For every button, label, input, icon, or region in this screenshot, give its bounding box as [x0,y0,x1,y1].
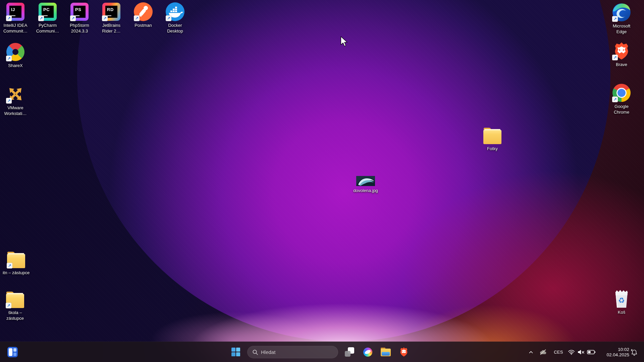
shortcut-arrow-icon [38,15,44,21]
desktop-icon-sharex[interactable]: ShareX [0,42,32,68]
shortcut-arrow-icon [6,303,11,308]
tray-date: 02.04.2025 [606,352,629,358]
tray-overflow-button[interactable] [526,346,536,359]
desktop-icon-itn[interactable]: itn – zástupce [0,249,35,276]
desktop-icon-postman[interactable]: Postman [127,2,159,28]
desktop-icon-rider[interactable]: RD JetBrains Rider 2… [95,2,127,34]
icon-label: Fotky [487,146,498,152]
desktop-icon-brave[interactable]: Brave [605,41,638,67]
copilot-button[interactable] [361,345,374,359]
desktop-icon-recycle-bin[interactable]: ♻ Koš [605,289,638,315]
start-button[interactable] [229,345,243,359]
desktop-icon-chrome[interactable]: Google Chrome [605,83,638,115]
icon-label: Docker Desktop [167,22,183,34]
shortcut-arrow-icon [6,56,12,61]
shortcut-arrow-icon [70,15,76,21]
desktop-icon-docker[interactable]: Docker Desktop [159,2,191,34]
search-input[interactable] [247,346,338,358]
desktop-icon-dovolena[interactable]: dovolena.jpg [350,174,382,193]
icon-label: JetBrains Rider 2… [102,22,121,34]
search-magnifier-icon [252,349,259,356]
widgets-button[interactable] [5,345,20,359]
desktop-icon-fotky[interactable]: Fotky [476,125,508,152]
icon-label: Koš [618,309,625,315]
icon-label: PyCharm Communi… [36,22,59,34]
icon-label: Postman [135,22,152,28]
search-field[interactable] [248,346,338,358]
shortcut-arrow-icon [166,15,171,21]
task-view-icon [345,347,354,357]
taskbar: CES [0,342,644,362]
desktop-icon-phpstorm[interactable]: PS PhpStorm 2024.3.3 [63,2,96,34]
icon-label: itn – zástupce [3,270,30,276]
recycle-bin-icon: ♻ [614,289,629,308]
onedrive-paused-cloud-icon [539,349,547,355]
widgets-board-icon [7,347,18,357]
notification-center-button[interactable]: z [629,346,639,359]
desktop-icon-vmware[interactable]: VMware Workstati… [0,84,32,116]
desktop: IJ IntelliJ IDEA Communit… PC PyCharm Co… [0,0,644,362]
icon-label: IntelliJ IDEA Communit… [3,22,28,34]
battery-icon [587,349,596,355]
icon-label: Brave [616,62,627,67]
file-explorer-button[interactable] [379,345,392,359]
icon-label: škola – zástupce [6,310,24,321]
shortcut-arrow-icon [134,15,140,21]
svg-text:♻: ♻ [618,296,625,305]
shortcut-arrow-icon [6,15,12,21]
shortcut-arrow-icon [612,55,618,60]
icon-label: ShareX [8,63,22,68]
shortcut-arrow-icon [7,263,12,268]
tray-time: 10:02 [618,347,629,352]
svg-text:z: z [631,349,633,352]
icon-label: dovolena.jpg [353,188,378,193]
wave-photo-thumbnail [356,176,375,186]
chevron-up-icon [529,350,533,354]
notification-bell-dnd-icon: z [631,349,638,356]
windows-start-icon [231,348,240,356]
wifi-icon [568,349,575,355]
brave-lion-icon [399,347,408,357]
desktop-icon-pycharm[interactable]: PC PyCharm Communi… [32,2,64,34]
file-explorer-folder-icon [381,348,391,356]
clock-button[interactable]: 10:02 02.04.2025 [601,346,629,359]
desktop-icon-skola[interactable]: škola – zástupce [0,289,31,321]
copilot-orb-icon [363,348,372,357]
brave-taskbar-button[interactable] [397,345,411,359]
shortcut-arrow-icon [102,15,108,21]
icon-label: VMware Workstati… [4,105,27,116]
wallpaper-texture [0,0,644,362]
shortcut-arrow-icon [612,16,618,22]
icon-label: Microsoft Edge [613,23,631,35]
onedrive-button[interactable] [538,346,548,359]
desktop-icon-edge[interactable]: Microsoft Edge [605,3,638,35]
task-view-button[interactable] [343,345,356,359]
language-indicator[interactable]: CES [551,346,566,359]
icon-label: PhpStorm 2024.3.3 [70,22,89,34]
quick-settings-button[interactable] [566,346,598,359]
mouse-cursor [340,36,349,49]
shortcut-arrow-icon [6,98,12,104]
icon-label: Google Chrome [614,104,629,115]
volume-muted-icon [577,349,585,355]
desktop-icon-intellij[interactable]: IJ IntelliJ IDEA Communit… [0,2,32,34]
folder-icon [483,130,501,144]
system-tray: CES [526,342,644,362]
shortcut-arrow-icon [612,97,618,102]
